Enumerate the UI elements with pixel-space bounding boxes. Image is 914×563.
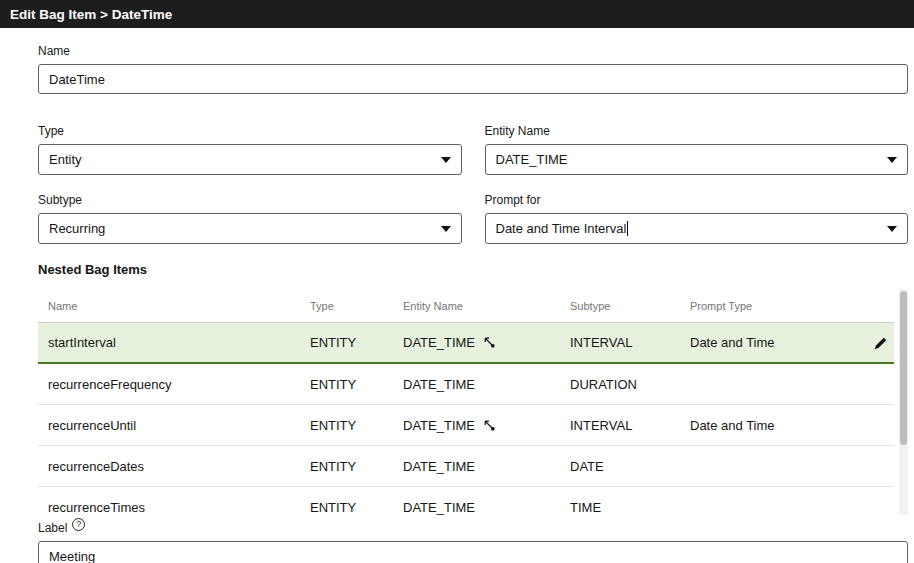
- table-row[interactable]: recurrenceTimesENTITYDATE_TIMETIME: [38, 487, 894, 515]
- chevron-down-icon: [887, 226, 897, 232]
- column-header: Type: [310, 300, 403, 312]
- cell-entity-name: DATE_TIME: [403, 377, 570, 392]
- cell-subtype: INTERVAL: [570, 335, 690, 350]
- type-select[interactable]: Entity: [38, 144, 462, 175]
- table-row[interactable]: startIntervalENTITYDATE_TIMEINTERVALDate…: [38, 323, 894, 364]
- chevron-down-icon: [441, 226, 451, 232]
- edit-icon[interactable]: [872, 334, 890, 352]
- column-header: Prompt Type: [690, 300, 850, 312]
- entity-name-label: Entity Name: [485, 124, 909, 138]
- column-header: Name: [48, 300, 310, 312]
- scrollbar-thumb[interactable]: [900, 291, 907, 445]
- subtype-label: Subtype: [38, 193, 462, 207]
- cell-entity-name: DATE_TIME: [403, 418, 570, 433]
- column-header: Subtype: [570, 300, 690, 312]
- cell-name: recurrenceFrequency: [48, 377, 310, 392]
- table-row[interactable]: recurrenceUntilENTITYDATE_TIMEINTERVALDa…: [38, 405, 894, 446]
- cell-entity-name: DATE_TIME: [403, 459, 570, 474]
- table-body: startIntervalENTITYDATE_TIMEINTERVALDate…: [38, 323, 908, 515]
- cell-subtype: DATE: [570, 459, 690, 474]
- entity-flow-icon: [484, 337, 495, 348]
- column-header: Entity Name: [403, 300, 570, 312]
- entity-name-select[interactable]: DATE_TIME: [485, 144, 909, 175]
- prompt-for-label: Prompt for: [485, 193, 909, 207]
- entity-name-select-value: DATE_TIME: [496, 152, 568, 167]
- help-icon[interactable]: ?: [72, 518, 85, 531]
- cell-type: ENTITY: [310, 335, 403, 350]
- cell-actions: [850, 334, 894, 352]
- cell-prompt-type: Date and Time: [690, 335, 850, 350]
- text-cursor: [627, 221, 628, 236]
- nested-bag-items-title: Nested Bag Items: [38, 262, 908, 277]
- subtype-select[interactable]: Recurring: [38, 213, 462, 244]
- cell-type: ENTITY: [310, 500, 403, 515]
- cell-name: recurrenceUntil: [48, 418, 310, 433]
- cell-type: ENTITY: [310, 459, 403, 474]
- chevron-down-icon: [887, 157, 897, 163]
- chevron-down-icon: [441, 157, 451, 163]
- table-row[interactable]: recurrenceDatesENTITYDATE_TIMEDATE: [38, 446, 894, 487]
- cell-name: recurrenceTimes: [48, 500, 310, 515]
- cell-name: recurrenceDates: [48, 459, 310, 474]
- subtype-select-value: Recurring: [49, 221, 105, 236]
- page-title: Edit Bag Item > DateTime: [10, 7, 172, 22]
- cell-entity-name: DATE_TIME: [403, 500, 570, 515]
- table-header-row: NameTypeEntity NameSubtypePrompt Type: [38, 289, 894, 323]
- prompt-for-select[interactable]: Date and Time Interval: [485, 213, 909, 244]
- table-row[interactable]: recurrenceFrequencyENTITYDATE_TIMEDURATI…: [38, 364, 894, 405]
- cell-subtype: DURATION: [570, 377, 690, 392]
- type-select-value: Entity: [49, 152, 82, 167]
- label-input[interactable]: [38, 541, 908, 563]
- nested-bag-items-table: NameTypeEntity NameSubtypePrompt Type st…: [38, 289, 908, 515]
- cell-subtype: INTERVAL: [570, 418, 690, 433]
- cell-subtype: TIME: [570, 500, 690, 515]
- type-label: Type: [38, 124, 462, 138]
- name-label: Name: [38, 44, 908, 58]
- entity-flow-icon: [484, 420, 495, 431]
- scrollbar-track[interactable]: [899, 289, 908, 515]
- cell-prompt-type: Date and Time: [690, 418, 850, 433]
- cell-type: ENTITY: [310, 377, 403, 392]
- header-bar: Edit Bag Item > DateTime: [0, 0, 914, 28]
- edit-bag-item-form: Name Type Entity Entity Name DATE_TIME S…: [0, 28, 914, 563]
- prompt-for-select-value: Date and Time Interval: [496, 221, 627, 236]
- cell-name: startInterval: [48, 335, 310, 350]
- name-input[interactable]: [38, 64, 908, 94]
- cell-entity-name: DATE_TIME: [403, 335, 570, 350]
- label-label: Label: [38, 521, 67, 535]
- cell-type: ENTITY: [310, 418, 403, 433]
